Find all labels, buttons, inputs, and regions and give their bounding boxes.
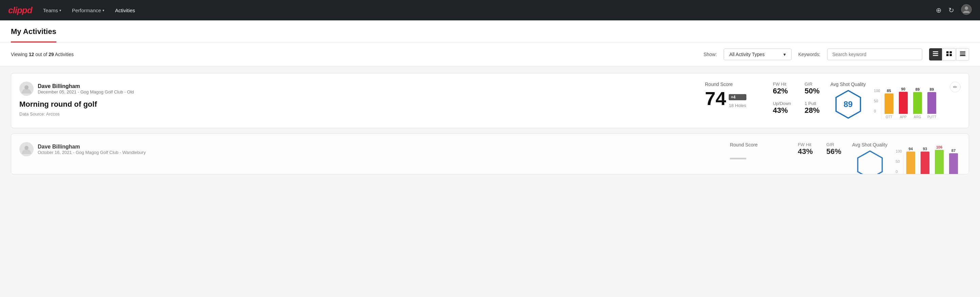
- avg-shot-quality: Avg Shot Quality 89 100 50 0: [830, 81, 939, 120]
- svg-rect-6: [950, 51, 952, 53]
- fw-hit-label-2: FW Hit: [798, 142, 813, 147]
- up-down-val: 43%: [773, 106, 791, 115]
- activity-type-chevron-icon: ▾: [783, 52, 786, 57]
- nav-left: clippd Teams ▾ Performance ▾ Activities: [8, 5, 135, 16]
- up-down-label: Up/Down: [773, 101, 791, 106]
- holes-label: 18 Holes: [729, 103, 746, 108]
- gir-stat-2: GIR 56%: [826, 142, 841, 156]
- bar-arg-2: 106 ARG: [935, 145, 943, 174]
- list-view-icon: [933, 51, 938, 57]
- fw-hit-stat: FW Hit 62%: [773, 81, 791, 96]
- gir-stat: GIR 50%: [805, 81, 819, 96]
- grid-view-button[interactable]: [943, 48, 956, 61]
- avg-shot-section: Avg Shot Quality 89: [830, 81, 866, 120]
- y-axis-100-2: 100: [896, 149, 902, 153]
- bar-app-bar-2: [921, 152, 929, 174]
- one-putt-label: 1 Putt: [805, 101, 819, 106]
- stats-section: Round Score 74 +4 18 Holes FW Hit 62% Up…: [705, 81, 820, 115]
- fw-hit-label: FW Hit: [773, 81, 791, 87]
- compact-view-button[interactable]: [956, 48, 969, 61]
- avg-shot-label-2: Avg Shot Quality: [852, 142, 888, 147]
- bar-arg-value: 89: [915, 87, 920, 91]
- svg-rect-8: [950, 54, 952, 56]
- viewing-text: Viewing 12 out of 29 Activities: [11, 52, 697, 57]
- score-number: 74: [705, 89, 726, 108]
- search-input[interactable]: [827, 49, 922, 60]
- gir-stats-2: GIR 56%: [826, 142, 841, 156]
- user-name-2: Dave Billingham: [38, 144, 146, 150]
- logo[interactable]: clippd: [8, 5, 32, 16]
- fw-hit-val: 62%: [773, 87, 791, 96]
- refresh-icon[interactable]: ↻: [948, 6, 954, 14]
- main-content: Dave Billingham December 05, 2021 - Gog …: [0, 66, 980, 187]
- stats-section-2: Round Score — FW Hit 43% GIR 56%: [730, 142, 841, 166]
- score-main: 74 +4 18 Holes: [705, 89, 759, 108]
- bar-ott: 85 OTT: [885, 89, 893, 119]
- user-info-2: Dave Billingham October 16, 2021 - Gog M…: [19, 142, 719, 156]
- bar-ott-label: OTT: [886, 115, 892, 119]
- grid-view-icon: [947, 51, 952, 57]
- bar-ott-bar-2: [906, 152, 915, 174]
- compact-view-icon: [960, 51, 966, 57]
- nav-activities[interactable]: Activities: [115, 8, 135, 13]
- user-date: December 05, 2021 - Gog Magog Golf Club …: [38, 89, 134, 94]
- data-source: Data Source: Arccos: [19, 112, 694, 117]
- activity-type-dropdown[interactable]: All Activity Types ▾: [724, 49, 792, 60]
- hexagon-icon-2: [855, 150, 885, 174]
- bar-putt-bar: [928, 92, 936, 114]
- svg-rect-7: [947, 54, 949, 56]
- y-axis-50: 50: [874, 99, 880, 103]
- bar-app-value-2: 93: [923, 147, 927, 151]
- score-main-2: —: [730, 150, 784, 166]
- round-score-label-2: Round Score: [730, 142, 784, 147]
- navbar: clippd Teams ▾ Performance ▾ Activities …: [0, 0, 980, 21]
- fw-gir-stats-2: FW Hit 43%: [798, 142, 813, 156]
- teams-chevron-icon: ▾: [59, 8, 61, 12]
- view-toggle: [929, 48, 969, 61]
- svg-rect-11: [960, 54, 966, 54]
- bar-arg-label: ARG: [914, 115, 921, 119]
- card-left: Dave Billingham December 05, 2021 - Gog …: [19, 81, 694, 117]
- hex-score: 89: [843, 99, 853, 109]
- round-score: Round Score 74 +4 18 Holes: [705, 81, 759, 108]
- svg-rect-2: [933, 51, 938, 52]
- y-axis-50-2: 50: [896, 160, 902, 163]
- activity-title: Morning round of golf: [19, 100, 694, 109]
- gir-val: 50%: [805, 87, 819, 96]
- svg-rect-12: [960, 55, 966, 56]
- gir-val-2: 56%: [826, 147, 841, 156]
- svg-point-15: [24, 85, 29, 89]
- page-title: My Activities: [11, 21, 56, 43]
- viewing-total: 29: [49, 52, 54, 57]
- hexagon-container: 89: [830, 89, 866, 120]
- fw-gir-stats: FW Hit 62% Up/Down 43%: [773, 81, 791, 115]
- avg-shot-section-2: Avg Shot Quality: [852, 142, 888, 174]
- list-view-button[interactable]: [929, 48, 942, 61]
- add-icon[interactable]: ⊕: [936, 6, 942, 14]
- one-putt-val: 28%: [805, 106, 819, 115]
- bar-arg-bar: [913, 92, 922, 114]
- bar-arg-bar-2: [935, 150, 943, 174]
- svg-rect-3: [933, 53, 938, 54]
- nav-performance[interactable]: Performance ▾: [72, 8, 104, 13]
- bar-ott-value-2: 94: [909, 147, 913, 151]
- score-number-2: —: [730, 150, 746, 166]
- bar-app: 90 APP: [899, 87, 908, 119]
- user-avatar-icon[interactable]: [961, 4, 972, 17]
- card-left-2: Dave Billingham October 16, 2021 - Gog M…: [19, 142, 719, 160]
- bar-app-2: 93 APP: [921, 147, 929, 174]
- user-details-2: Dave Billingham October 16, 2021 - Gog M…: [38, 144, 146, 155]
- bar-app-value: 90: [901, 87, 905, 91]
- svg-point-1: [965, 6, 968, 10]
- svg-rect-4: [933, 55, 938, 56]
- activity-card: Dave Billingham December 05, 2021 - Gog …: [11, 73, 969, 128]
- avatar-2: [19, 142, 33, 156]
- svg-point-14: [22, 89, 31, 93]
- bar-app-label: APP: [900, 115, 907, 119]
- edit-button[interactable]: ✏: [950, 81, 961, 93]
- bar-chart-container: 100 50 0 85 OTT 90: [874, 89, 939, 119]
- bar-arg-value-2: 106: [936, 145, 942, 149]
- nav-teams[interactable]: Teams ▾: [43, 8, 61, 13]
- fw-hit-val-2: 43%: [798, 147, 813, 156]
- gir-label: GIR: [805, 81, 819, 87]
